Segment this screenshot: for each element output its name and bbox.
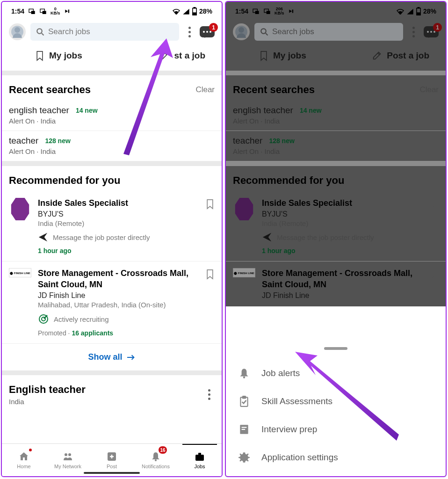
avatar[interactable] [9, 23, 26, 40]
svg-rect-35 [242, 429, 246, 430]
home-handle[interactable] [84, 472, 140, 474]
bottom-nav: Home My Network Post Notifications 16 Jo… [2, 443, 222, 476]
svg-point-14 [68, 453, 71, 456]
search-input[interactable]: Search jobs [254, 23, 403, 41]
battery-icon [416, 7, 421, 15]
bookmark-icon [205, 198, 215, 210]
avatar[interactable] [233, 23, 250, 40]
my-jobs-tab[interactable]: My jobs [259, 50, 306, 61]
recent-searches-title: Recent searches [233, 84, 315, 96]
nav-badge [28, 448, 33, 452]
pip-icon-2 [39, 7, 47, 15]
show-all-button[interactable]: Show all [2, 344, 222, 370]
indicator-icon [288, 8, 295, 15]
briefcase-icon [194, 451, 205, 462]
job-card[interactable]: Inside Sales Specialist BYJU'S India (Re… [2, 191, 222, 261]
bookmark-button[interactable] [205, 268, 215, 337]
nav-home[interactable]: Home [2, 444, 46, 476]
job-card[interactable]: ⬤ FINISH LINE Store Management - Crossro… [2, 261, 222, 344]
network-speed: 0KB/s [51, 7, 60, 15]
recent-search-item[interactable]: english teacher 14 new Alert On · India [2, 101, 222, 131]
edit-icon [159, 51, 169, 61]
svg-rect-24 [292, 10, 293, 13]
wifi-icon [172, 8, 181, 15]
nav-network[interactable]: My Network [46, 444, 90, 476]
company-logo: ⬤ FINISH LINE [9, 268, 31, 290]
svg-rect-21 [255, 11, 259, 14]
battery-icon [192, 7, 197, 15]
network-icon [62, 451, 73, 462]
nav-notifications[interactable]: Notifications 16 [134, 444, 178, 476]
search-icon [36, 28, 44, 36]
status-bar: 1:54 206KB/s 28% [226, 2, 446, 21]
svg-rect-34 [242, 427, 247, 428]
search-icon [260, 28, 268, 36]
arrow-right-icon [126, 354, 136, 361]
home-icon [18, 451, 29, 462]
send-icon [262, 232, 272, 242]
bookmark-button[interactable] [205, 198, 215, 254]
search-input[interactable]: Search jobs [30, 23, 179, 41]
pip-icon [252, 7, 260, 15]
network-speed: 206KB/s [275, 7, 284, 15]
svg-rect-6 [194, 7, 195, 8]
svg-rect-4 [68, 10, 69, 13]
job-card[interactable]: ⬤ FINISH LINE Store Management - Crossro… [226, 261, 446, 306]
bookmark-icon [429, 268, 439, 280]
recent-search-item[interactable]: english teacher 14 new Alert On · India [226, 101, 446, 131]
recent-search-item[interactable]: teacher 128 new Alert On · India [2, 131, 222, 161]
status-time: 1:54 [11, 7, 24, 15]
send-icon [38, 232, 48, 242]
clear-button[interactable]: Clear [195, 85, 215, 94]
clipboard-icon [238, 395, 250, 407]
sheet-interview-prep[interactable]: Interview prep [226, 415, 446, 443]
bell-icon [238, 367, 250, 379]
recommended-title: Recommended for you [233, 174, 344, 187]
section-title: English teacher [9, 384, 86, 396]
clear-button[interactable]: Clear [419, 85, 439, 94]
more-menu-button[interactable] [184, 27, 195, 37]
document-icon [238, 423, 250, 435]
edit-icon [372, 51, 382, 61]
bookmark-icon [429, 198, 439, 210]
indicator-icon [64, 8, 71, 15]
svg-rect-3 [43, 11, 46, 14]
battery-text: 28% [199, 7, 212, 15]
post-job-tab[interactable]: Post a job [372, 50, 429, 61]
sheet-skill-assessments[interactable]: Skill Assessments [226, 387, 446, 415]
sheet-handle[interactable] [324, 347, 347, 350]
messages-button[interactable]: 1 [424, 26, 439, 37]
svg-rect-19 [195, 455, 204, 461]
bookmark-button[interactable] [429, 268, 439, 300]
more-menu-button[interactable] [408, 27, 419, 37]
my-jobs-tab[interactable]: My jobs [35, 50, 82, 61]
gear-icon [238, 451, 250, 464]
svg-point-30 [243, 377, 245, 378]
svg-rect-23 [267, 11, 270, 14]
job-card[interactable]: Inside Sales Specialist BYJU'S India (Re… [226, 191, 446, 261]
more-button[interactable] [203, 384, 215, 406]
status-time: 1:54 [235, 7, 248, 15]
recent-search-item[interactable]: teacher 128 new Alert On · India [226, 131, 446, 161]
sheet-application-settings[interactable]: Application settings [226, 443, 446, 472]
recent-searches-title: Recent searches [9, 84, 91, 96]
bookmark-button[interactable] [429, 198, 439, 254]
post-job-tab[interactable]: st a job [159, 50, 205, 61]
bottom-sheet: Job alerts Skill Assessments Interview p… [226, 341, 446, 476]
plus-icon [106, 451, 117, 462]
pip-icon-2 [263, 7, 271, 15]
signal-icon [182, 8, 190, 15]
nav-jobs[interactable]: Jobs [178, 444, 222, 476]
company-logo [233, 198, 255, 220]
svg-line-29 [266, 33, 268, 36]
messages-badge: 1 [433, 23, 442, 32]
svg-point-8 [37, 29, 42, 34]
svg-rect-26 [418, 7, 419, 8]
messages-badge: 1 [209, 23, 218, 32]
messages-button[interactable]: 1 [200, 26, 215, 37]
nav-post[interactable]: Post [90, 444, 134, 476]
svg-rect-27 [417, 13, 420, 15]
sheet-job-alerts[interactable]: Job alerts [226, 359, 446, 387]
bookmark-icon [259, 50, 268, 61]
company-logo [9, 198, 31, 220]
